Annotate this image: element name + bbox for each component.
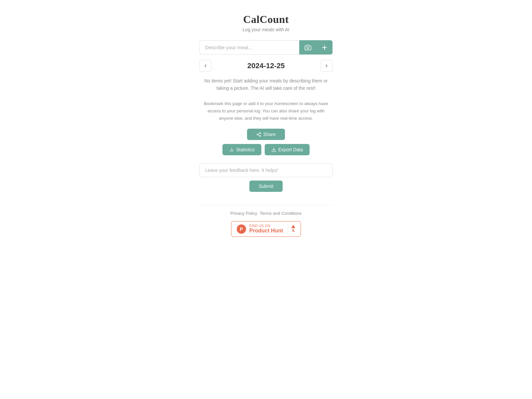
svg-point-0 [307,47,309,49]
app-subtitle: Log your meals with AI [243,27,290,32]
product-hunt-count: 5 [292,228,295,233]
share-button[interactable]: Share [247,129,285,140]
terms-link[interactable]: Terms and Conditions [260,211,302,216]
add-meal-button[interactable] [317,40,332,55]
product-hunt-logo: P [237,224,246,234]
privacy-policy-link[interactable]: Privacy Policy [230,211,257,216]
prev-date-button[interactable] [200,60,211,72]
chevron-right-icon [324,64,329,68]
svg-line-7 [258,133,259,134]
product-hunt-badge[interactable]: P FIND US ON Product Hunt 5 [231,221,301,237]
bar-chart-icon [229,147,234,152]
current-date: 2024-12-25 [247,62,285,70]
share-icon [256,132,261,137]
statistics-button[interactable]: Statistics [222,144,261,155]
next-date-button[interactable] [321,60,332,72]
camera-icon [305,44,311,51]
footer-links: Privacy Policy Terms and Conditions [230,211,302,216]
bookmark-message: Bookmark this page or add it to your hom… [200,100,332,122]
action-buttons-row: Statistics Export Data [222,144,310,155]
product-hunt-name: Product Hunt [249,228,283,234]
export-button-label: Export Data [278,147,303,152]
camera-button[interactable] [299,40,317,55]
meal-input-row [200,40,332,55]
svg-line-6 [258,135,259,135]
meal-input[interactable] [200,40,299,55]
product-hunt-text: FIND US ON Product Hunt [249,224,283,234]
statistics-button-label: Statistics [236,147,255,152]
date-navigation: 2024-12-25 [200,60,332,72]
app-title: CalCount [243,13,289,26]
export-button[interactable]: Export Data [265,144,310,155]
footer-divider [200,205,332,205]
submit-button[interactable]: Submit [249,181,283,192]
product-hunt-upvote: 5 [288,225,295,233]
feedback-input[interactable] [200,163,332,177]
chevron-left-icon [203,64,208,68]
submit-button-label: Submit [259,184,273,189]
upvote-arrow-icon [291,225,295,228]
svg-marker-12 [291,225,295,228]
empty-state-message: No items yet! Start adding your meals by… [200,77,332,92]
share-button-label: Share [263,132,276,137]
plus-icon [321,44,328,51]
download-icon [271,147,276,152]
product-hunt-find-us: FIND US ON [249,224,283,228]
main-card: 2024-12-25 No items yet! Start adding yo… [200,40,332,205]
